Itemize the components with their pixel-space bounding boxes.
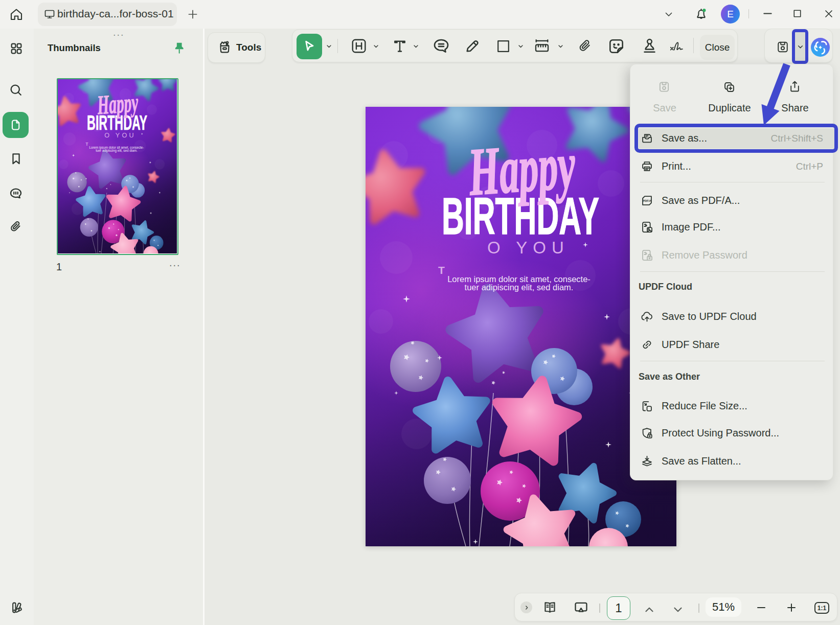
svg-text:tuer adipiscing elit, sed diam: tuer adipiscing elit, sed diam. <box>96 149 138 153</box>
svg-text:O YOU: O YOU <box>487 238 570 257</box>
svg-text:T: T <box>438 264 445 276</box>
svg-text:T: T <box>85 142 88 147</box>
svg-text:Happy: Happy <box>96 87 139 120</box>
svg-text:PDF/A: PDF/A <box>643 199 651 202</box>
svg-text:O YOU: O YOU <box>104 131 136 139</box>
svg-text:Happy: Happy <box>466 128 578 210</box>
svg-text:tuer adipiscing elit, sed diam: tuer adipiscing elit, sed diam. <box>465 283 574 292</box>
